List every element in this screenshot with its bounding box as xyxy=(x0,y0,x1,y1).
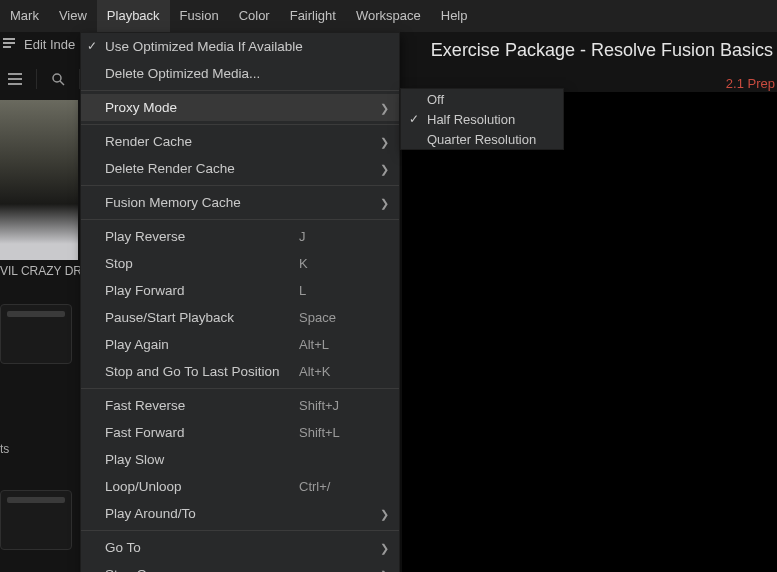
menu-item-shortcut: Ctrl+/ xyxy=(299,479,389,494)
menu-item-label: Step One xyxy=(105,567,389,572)
menu-item-shortcut: K xyxy=(299,256,389,271)
playback-menu-item[interactable]: Play ForwardL xyxy=(81,277,399,304)
menu-item-label: Use Optimized Media If Available xyxy=(105,39,389,54)
timeline-name[interactable]: 2.1 Prep xyxy=(726,76,775,91)
check-icon: ✓ xyxy=(87,39,97,53)
menu-item-shortcut: Shift+L xyxy=(299,425,389,440)
menu-separator xyxy=(81,124,399,125)
svg-rect-1 xyxy=(3,42,15,44)
menu-item-label: Delete Render Cache xyxy=(105,161,389,176)
menu-item-label: Fusion Memory Cache xyxy=(105,195,389,210)
playback-menu-item[interactable]: Play ReverseJ xyxy=(81,223,399,250)
playback-menu-item[interactable]: Loop/UnloopCtrl+/ xyxy=(81,473,399,500)
bin-thumbnail[interactable] xyxy=(0,490,72,550)
chevron-right-icon: ❯ xyxy=(380,197,389,210)
menu-playback[interactable]: Playback xyxy=(97,0,170,32)
toolbar-divider xyxy=(36,69,37,89)
menu-item-shortcut: Space xyxy=(299,310,389,325)
menu-mark[interactable]: Mark xyxy=(0,0,49,32)
menu-item-label: Play Reverse xyxy=(105,229,299,244)
menu-item-shortcut: Alt+L xyxy=(299,337,389,352)
menu-item-label: Go To xyxy=(105,540,389,555)
menu-fairlight[interactable]: Fairlight xyxy=(280,0,346,32)
playback-menu-item[interactable]: Fusion Memory Cache❯ xyxy=(81,189,399,216)
menu-item-label: Fast Forward xyxy=(105,425,299,440)
proxy-submenu-item[interactable]: Off xyxy=(401,89,563,109)
svg-rect-3 xyxy=(8,73,22,75)
playback-menu-item[interactable]: Fast ReverseShift+J xyxy=(81,392,399,419)
list-view-icon[interactable] xyxy=(8,72,22,86)
edit-index-label[interactable]: Edit Inde xyxy=(24,37,75,52)
project-title: Exercise Package - Resolve Fusion Basics xyxy=(431,40,777,61)
menu-item-label: Pause/Start Playback xyxy=(105,310,299,325)
menu-item-label: Play Again xyxy=(105,337,299,352)
playback-menu-item[interactable]: Go To❯ xyxy=(81,534,399,561)
playback-menu-item[interactable]: Play Around/To❯ xyxy=(81,500,399,527)
menu-separator xyxy=(81,530,399,531)
search-icon[interactable] xyxy=(51,72,65,86)
submenu-item-label: Half Resolution xyxy=(427,112,515,127)
menu-item-label: Loop/Unloop xyxy=(105,479,299,494)
proxy-submenu-item[interactable]: ✓Half Resolution xyxy=(401,109,563,129)
playback-menu-item[interactable]: Step One❯ xyxy=(81,561,399,572)
proxy-submenu-item[interactable]: Quarter Resolution xyxy=(401,129,563,149)
playback-menu-item[interactable]: Delete Render Cache❯ xyxy=(81,155,399,182)
playback-menu-item[interactable]: Fast ForwardShift+L xyxy=(81,419,399,446)
submenu-item-label: Quarter Resolution xyxy=(427,132,536,147)
menu-view[interactable]: View xyxy=(49,0,97,32)
submenu-item-label: Off xyxy=(427,92,444,107)
menu-fusion[interactable]: Fusion xyxy=(170,0,229,32)
menu-item-label: Fast Reverse xyxy=(105,398,299,413)
menu-separator xyxy=(81,90,399,91)
menu-item-label: Play Around/To xyxy=(105,506,389,521)
menu-item-label: Render Cache xyxy=(105,134,389,149)
chevron-right-icon: ❯ xyxy=(380,542,389,555)
menu-item-label: Stop xyxy=(105,256,299,271)
bin-thumbnail[interactable] xyxy=(0,304,72,364)
menu-help[interactable]: Help xyxy=(431,0,478,32)
svg-rect-5 xyxy=(8,83,22,85)
menubar: Mark View Playback Fusion Color Fairligh… xyxy=(0,0,777,32)
media-toolbar xyxy=(0,66,84,92)
playback-menu-item[interactable]: Play Slow xyxy=(81,446,399,473)
svg-rect-0 xyxy=(3,38,15,40)
menu-item-shortcut: J xyxy=(299,229,389,244)
playback-dropdown: ✓Use Optimized Media If AvailableDelete … xyxy=(80,32,400,572)
menu-separator xyxy=(81,219,399,220)
svg-point-6 xyxy=(53,74,61,82)
menu-item-label: Stop and Go To Last Position xyxy=(105,364,299,379)
playback-menu-item[interactable]: ✓Use Optimized Media If Available xyxy=(81,33,399,60)
menu-item-shortcut: Shift+J xyxy=(299,398,389,413)
playback-menu-item[interactable]: Pause/Start PlaybackSpace xyxy=(81,304,399,331)
svg-rect-2 xyxy=(3,46,11,48)
menu-separator xyxy=(81,388,399,389)
chevron-right-icon: ❯ xyxy=(380,136,389,149)
svg-line-7 xyxy=(60,81,64,85)
playback-menu-item[interactable]: Delete Optimized Media... xyxy=(81,60,399,87)
menu-item-label: Delete Optimized Media... xyxy=(105,66,389,81)
menu-workspace[interactable]: Workspace xyxy=(346,0,431,32)
bin-label: ts xyxy=(0,442,9,456)
playback-menu-item[interactable]: Play AgainAlt+L xyxy=(81,331,399,358)
chevron-right-icon: ❯ xyxy=(380,102,389,115)
menu-color[interactable]: Color xyxy=(229,0,280,32)
playback-menu-item[interactable]: StopK xyxy=(81,250,399,277)
menu-item-shortcut: Alt+K xyxy=(299,364,389,379)
playback-menu-item[interactable]: Render Cache❯ xyxy=(81,128,399,155)
menu-item-shortcut: L xyxy=(299,283,389,298)
viewer-panel xyxy=(402,92,777,572)
proxy-mode-submenu: Off✓Half ResolutionQuarter Resolution xyxy=(400,88,564,150)
menu-item-label: Play Forward xyxy=(105,283,299,298)
menu-item-label: Proxy Mode xyxy=(105,100,389,115)
chevron-right-icon: ❯ xyxy=(380,163,389,176)
playback-menu-item[interactable]: Proxy Mode❯ xyxy=(81,94,399,121)
menu-item-label: Play Slow xyxy=(105,452,389,467)
chevron-right-icon: ❯ xyxy=(380,508,389,521)
check-icon: ✓ xyxy=(409,112,419,126)
svg-rect-4 xyxy=(8,78,22,80)
edit-index-icon[interactable] xyxy=(2,36,16,53)
menu-separator xyxy=(81,185,399,186)
clip-thumbnail[interactable] xyxy=(0,100,78,260)
playback-menu-item[interactable]: Stop and Go To Last PositionAlt+K xyxy=(81,358,399,385)
